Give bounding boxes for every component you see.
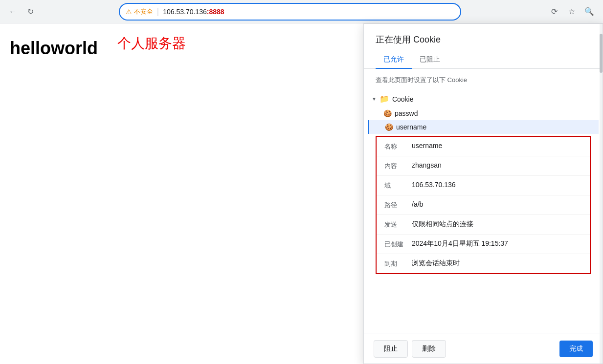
detail-row-path: 路径 /a/b bbox=[377, 195, 590, 215]
cookie-name-passwd: passwd bbox=[395, 109, 418, 117]
scrollbar-thumb[interactable] bbox=[600, 34, 603, 73]
cookie-folder-row[interactable]: ▼ 📁 Cookie bbox=[368, 91, 599, 107]
detail-row-content: 内容 zhangsan bbox=[377, 156, 590, 176]
detail-value-name: username bbox=[412, 142, 582, 150]
detail-label-created: 已创建 bbox=[384, 239, 412, 249]
detail-value-path: /a/b bbox=[412, 200, 582, 208]
reload-icon: ⟳ bbox=[551, 7, 558, 16]
cookie-tree: ▼ 📁 Cookie 🍪 passwd 🍪 username 名 bbox=[364, 91, 603, 334]
popup-title: 正在使用 Cookie bbox=[364, 24, 603, 45]
cookie-name-username: username bbox=[396, 123, 426, 131]
server-label: 个人服务器 bbox=[117, 34, 186, 53]
refresh-icon: ↻ bbox=[27, 7, 34, 16]
detail-value-send: 仅限相同站点的连接 bbox=[412, 220, 582, 229]
cookie-details-panel: 名称 username 内容 zhangsan 域 106.53.70.136 … bbox=[376, 136, 591, 274]
detail-row-domain: 域 106.53.70.136 bbox=[377, 176, 590, 195]
detail-label-path: 路径 bbox=[384, 200, 412, 210]
detail-label-content: 内容 bbox=[384, 161, 412, 171]
search-icon: 🔍 bbox=[584, 7, 594, 16]
address-bar[interactable]: ⚠ 不安全 | 106.53.70.136:8888 bbox=[119, 3, 461, 21]
popup-footer: 阻止 删除 完成 bbox=[364, 334, 603, 364]
cookie-icon-passwd: 🍪 bbox=[383, 109, 392, 117]
popup-tabs: 已允许 已阻止 bbox=[364, 45, 603, 69]
detail-label-send: 发送 bbox=[384, 220, 412, 229]
popup-description: 查看此页面时设置了以下 Cookie bbox=[364, 69, 603, 91]
pipe-divider: | bbox=[157, 6, 159, 17]
detail-value-domain: 106.53.70.136 bbox=[412, 181, 582, 189]
folder-icon: 📁 bbox=[380, 94, 389, 104]
tab-allowed[interactable]: 已允许 bbox=[376, 51, 412, 69]
cookie-icon-username: 🍪 bbox=[385, 123, 393, 131]
delete-button[interactable]: 删除 bbox=[412, 340, 446, 358]
security-warning: ⚠ 不安全 bbox=[126, 7, 153, 16]
cookie-popup: 正在使用 Cookie 已允许 已阻止 查看此页面时设置了以下 Cookie ▼… bbox=[363, 23, 603, 364]
detail-value-created: 2024年10月4日星期五 19:15:37 bbox=[412, 239, 582, 248]
detail-row-send: 发送 仅限相同站点的连接 bbox=[377, 215, 590, 235]
reload-icon-btn[interactable]: ⟳ bbox=[546, 4, 562, 20]
star-icon: ☆ bbox=[568, 7, 575, 16]
detail-label-domain: 域 bbox=[384, 181, 412, 190]
detail-label-expires: 到期 bbox=[384, 259, 412, 268]
back-icon: ← bbox=[9, 7, 17, 16]
url-text: 106.53.70.136:8888 bbox=[163, 8, 454, 16]
bookmark-button[interactable]: ☆ bbox=[564, 4, 580, 20]
warning-icon: ⚠ bbox=[126, 8, 132, 16]
cookie-item-username[interactable]: 🍪 username bbox=[368, 120, 599, 134]
back-button[interactable]: ← bbox=[6, 5, 20, 19]
search-button[interactable]: 🔍 bbox=[581, 4, 597, 20]
detail-row-created: 已创建 2024年10月4日星期五 19:15:37 bbox=[377, 235, 590, 254]
toolbar-right: ⟳ ☆ 🔍 bbox=[546, 4, 597, 20]
detail-row-name: 名称 username bbox=[377, 137, 590, 156]
page-content: helloworld 个人服务器 正在使用 Cookie 已允许 已阻止 查看此… bbox=[0, 23, 603, 364]
done-button[interactable]: 完成 bbox=[559, 341, 593, 357]
scrollbar[interactable] bbox=[600, 24, 603, 364]
detail-row-expires: 到期 浏览会话结束时 bbox=[377, 254, 590, 273]
browser-toolbar: ← ↻ ⚠ 不安全 | 106.53.70.136:8888 ⟳ ☆ 🔍 bbox=[0, 0, 603, 23]
username-section: 🍪 username 名称 username 内容 zhangsan 域 bbox=[368, 120, 599, 274]
page-title: helloworld bbox=[10, 38, 98, 59]
triangle-icon: ▼ bbox=[372, 96, 377, 102]
block-button[interactable]: 阻止 bbox=[374, 340, 408, 358]
detail-value-content: zhangsan bbox=[412, 161, 582, 169]
detail-value-expires: 浏览会话结束时 bbox=[412, 259, 582, 268]
cookie-item-passwd[interactable]: 🍪 passwd bbox=[368, 107, 599, 120]
cookie-folder-label: Cookie bbox=[392, 95, 414, 103]
detail-label-name: 名称 bbox=[384, 142, 412, 151]
tab-blocked[interactable]: 已阻止 bbox=[412, 51, 448, 69]
refresh-button[interactable]: ↻ bbox=[23, 5, 37, 19]
